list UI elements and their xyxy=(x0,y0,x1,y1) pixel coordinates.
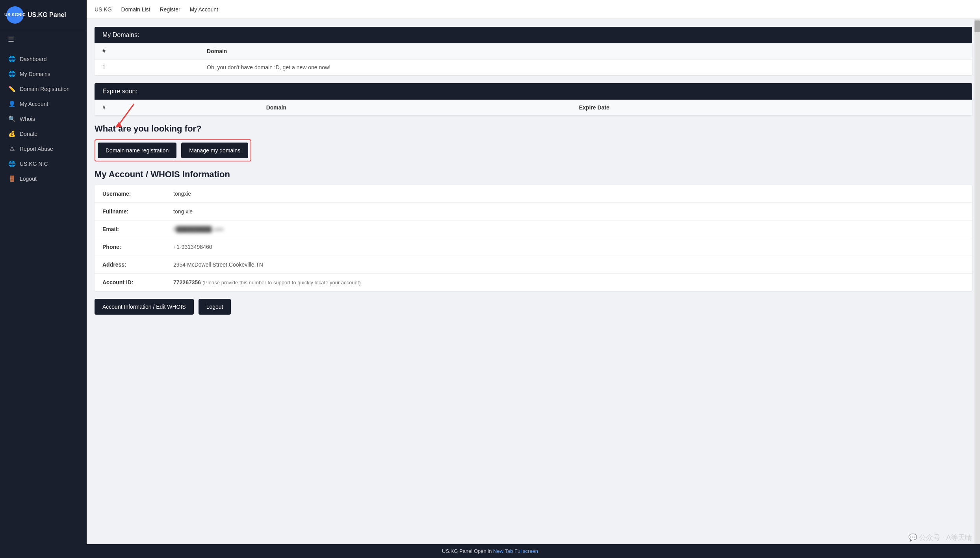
expire-soon-header-row: # Domain Expire Date xyxy=(95,100,972,116)
footer-text: US.KG Panel Open in xyxy=(442,548,493,554)
top-nav: US.KGDomain ListRegisterMy Account xyxy=(87,0,980,19)
info-value: 2954 McDowell Street,Cookeville,TN xyxy=(173,261,263,268)
info-row: Email:8█████████.com xyxy=(95,221,972,238)
sidebar-label-reportabuse: Report Abuse xyxy=(20,146,53,152)
scrollbar-track[interactable] xyxy=(974,19,980,546)
main-content: My Domains: # Domain 1Oh, you don't have… xyxy=(87,19,980,558)
topnav-item-nav-register[interactable]: Register xyxy=(160,6,180,13)
dashboard-icon: 🌐 xyxy=(8,56,16,63)
info-label: Fullname: xyxy=(102,208,173,215)
sidebar-label-dashboard: Dashboard xyxy=(20,56,47,62)
sidebar-item-donate[interactable]: 💰Donate xyxy=(0,126,87,141)
info-value: tong xie xyxy=(173,208,193,215)
footer: US.KG Panel Open in New Tab Fullscreen xyxy=(0,544,980,558)
info-row: Account ID:772267356 (Please provide thi… xyxy=(95,274,972,291)
col-domain: Domain xyxy=(199,43,972,59)
edit-whois-button[interactable]: Account Information / Edit WHOIS xyxy=(95,299,194,315)
sidebar-label-myaccount: My Account xyxy=(20,101,48,107)
col-domain-expire: Domain xyxy=(258,100,571,116)
footer-link[interactable]: New Tab Fullscreen xyxy=(493,548,538,554)
whois-icon: 🔍 xyxy=(8,115,16,122)
sidebar-label-donate: Donate xyxy=(20,131,37,137)
my-domains-thead: # Domain xyxy=(95,43,972,59)
sidebar-item-logout[interactable]: 🚪Logout xyxy=(0,171,87,186)
info-value: 772267356 (Please provide this number to… xyxy=(173,279,361,285)
col-expire-date: Expire Date xyxy=(571,100,972,116)
sidebar-label-uskg-nic: US.KG NIC xyxy=(20,161,48,167)
my-domains-section: My Domains: # Domain 1Oh, you don't have… xyxy=(95,27,972,75)
looking-for-title: What are you looking for? xyxy=(95,124,972,134)
expire-soon-section: Expire soon: # Domain Expire Date xyxy=(95,83,972,116)
topnav-item-nav-uskg[interactable]: US.KG xyxy=(95,6,112,13)
info-row: Phone:+1-9313498460 xyxy=(95,238,972,256)
info-row: Fullname:tong xie xyxy=(95,203,972,221)
info-label: Account ID: xyxy=(102,279,173,285)
domain-name-registration-button[interactable]: Domain name registration xyxy=(98,143,176,158)
info-row: Address:2954 McDowell Street,Cookeville,… xyxy=(95,256,972,274)
my-domains-table-container: # Domain 1Oh, you don't have domain :D, … xyxy=(95,43,972,75)
sidebar-logo: US.KGNIC US.KG Panel xyxy=(0,0,87,30)
sidebar-item-domainreg[interactable]: ✏️Domain Registration xyxy=(0,82,87,96)
app-title: US.KG Panel xyxy=(28,11,66,19)
expire-soon-header: Expire soon: xyxy=(95,83,972,100)
sidebar-item-uskg-nic[interactable]: 🌐US.KG NIC xyxy=(0,156,87,171)
expire-soon-table: # Domain Expire Date xyxy=(95,100,972,116)
info-value: 8█████████.com xyxy=(173,226,223,232)
menu-toggle[interactable]: ☰ xyxy=(0,30,87,48)
sidebar-item-whois[interactable]: 🔍Whois xyxy=(0,111,87,126)
sidebar-label-mydomains: My Domains xyxy=(20,71,50,77)
sidebar-label-whois: Whois xyxy=(20,116,35,122)
mydomains-icon: 🌐 xyxy=(8,70,16,78)
col-num: # xyxy=(95,43,199,59)
sidebar-nav: 🌐Dashboard🌐My Domains✏️Domain Registrati… xyxy=(0,48,87,558)
info-label: Phone: xyxy=(102,244,173,250)
topnav-item-nav-myaccount[interactable]: My Account xyxy=(190,6,218,13)
myaccount-icon: 👤 xyxy=(8,100,16,108)
uskg-nic-icon: 🌐 xyxy=(8,160,16,167)
row-domain: Oh, you don't have domain :D, get a new … xyxy=(199,59,972,76)
sidebar-item-reportabuse[interactable]: ⚠Report Abuse xyxy=(0,141,87,156)
domainreg-icon: ✏️ xyxy=(8,85,16,93)
account-section: My Account / WHOIS Information Username:… xyxy=(95,169,972,315)
scrollbar-thumb[interactable] xyxy=(974,20,980,32)
my-domains-header-row: # Domain xyxy=(95,43,972,59)
info-label: Address: xyxy=(102,261,173,268)
info-row: Username:tongxie xyxy=(95,185,972,203)
red-arrow-icon xyxy=(110,100,142,132)
logout-button-account[interactable]: Logout xyxy=(199,299,231,315)
row-num: 1 xyxy=(95,59,199,76)
info-note: (Please provide this number to support t… xyxy=(202,280,361,285)
info-value: +1-9313498460 xyxy=(173,244,212,250)
manage-my-domains-button[interactable]: Manage my domains xyxy=(181,143,248,158)
looking-for-buttons: Domain name registration Manage my domai… xyxy=(95,139,251,161)
my-domains-header: My Domains: xyxy=(95,27,972,43)
sidebar: US.KGNIC US.KG Panel ☰ 🌐Dashboard🌐My Dom… xyxy=(0,0,87,558)
reportabuse-icon: ⚠ xyxy=(8,145,16,152)
sidebar-item-myaccount[interactable]: 👤My Account xyxy=(0,96,87,111)
my-domains-table: # Domain 1Oh, you don't have domain :D, … xyxy=(95,43,972,75)
expire-soon-thead: # Domain Expire Date xyxy=(95,100,972,116)
account-bottom-buttons: Account Information / Edit WHOIS Logout xyxy=(95,299,972,315)
looking-for-section: What are you looking for? Domain name re… xyxy=(95,124,972,161)
expire-soon-table-container: # Domain Expire Date xyxy=(95,100,972,116)
logout-icon: 🚪 xyxy=(8,175,16,182)
my-domains-body: 1Oh, you don't have domain :D, get a new… xyxy=(95,59,972,76)
sidebar-label-logout: Logout xyxy=(20,176,37,182)
info-value: tongxie xyxy=(173,191,191,197)
watermark: 💬 公众号 · A等天晴 xyxy=(908,533,972,542)
info-label: Username: xyxy=(102,191,173,197)
sidebar-label-domainreg: Domain Registration xyxy=(20,86,70,92)
account-title: My Account / WHOIS Information xyxy=(95,169,972,180)
sidebar-item-mydomains[interactable]: 🌐My Domains xyxy=(0,67,87,82)
topnav-item-nav-domainlist[interactable]: Domain List xyxy=(121,6,150,13)
donate-icon: 💰 xyxy=(8,130,16,137)
sidebar-item-dashboard[interactable]: 🌐Dashboard xyxy=(0,52,87,67)
table-row: 1Oh, you don't have domain :D, get a new… xyxy=(95,59,972,76)
account-info-table: Username:tongxieFullname:tong xieEmail:8… xyxy=(95,185,972,291)
logo-icon: US.KGNIC xyxy=(6,6,24,24)
svg-line-0 xyxy=(118,104,134,126)
info-label: Email: xyxy=(102,226,173,232)
